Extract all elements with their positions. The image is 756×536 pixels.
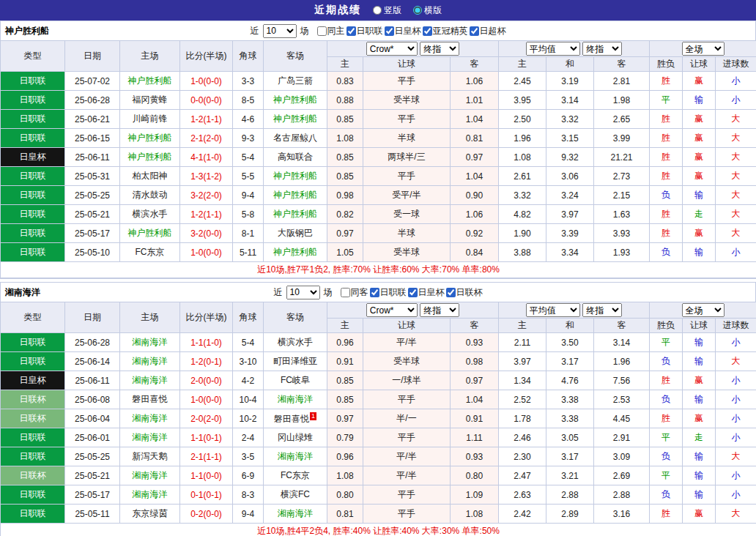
- sub-header-handicap: 让球: [363, 57, 451, 72]
- filter-checkbox[interactable]: [341, 288, 350, 297]
- league-cell: 日职联: [1, 505, 65, 524]
- layout-option-horizontal[interactable]: 横版: [413, 4, 442, 17]
- corner-cell: 5-8: [233, 205, 264, 224]
- filter-checkbox-option[interactable]: 日联杯: [446, 286, 483, 299]
- away-team-cell: 湘南海洋: [264, 390, 327, 409]
- corner-cell: 6-9: [233, 466, 264, 485]
- filter-checkbox[interactable]: [385, 26, 394, 36]
- avg-home-odds-cell: 1.96: [499, 129, 546, 148]
- result-group-header: 全场: [650, 41, 756, 57]
- filter-checkbox-option[interactable]: 日皇杯: [385, 25, 421, 37]
- handicap-result-cell: 输: [683, 390, 716, 409]
- corner-cell: 3-3: [233, 72, 264, 91]
- final-odds-select[interactable]: 终指: [582, 303, 622, 317]
- filter-controls: 近 10 场 同客日职联日皇杯日联杯: [274, 286, 483, 299]
- average-group-header: 平均值 终指: [499, 302, 650, 319]
- final-odds-select[interactable]: 终指: [420, 42, 459, 56]
- vertical-radio[interactable]: [373, 6, 382, 15]
- handicap-result-cell: 赢: [683, 409, 716, 428]
- sub-header-away-odds: 客: [451, 319, 499, 333]
- avg-away-odds-cell: 2.15: [594, 186, 650, 205]
- goals-result-cell: 大: [716, 148, 756, 167]
- home-team-cell: 湘南海洋: [120, 428, 180, 447]
- filter-checkbox-option[interactable]: 同主: [317, 25, 345, 37]
- score-cell: 1-0(0-0): [180, 243, 233, 262]
- avg-draw-odds-cell: 3.97: [546, 205, 594, 224]
- result-cell: 胜: [650, 409, 683, 428]
- home-team-cell: 清水鼓动: [120, 186, 180, 205]
- home-team-cell: 新泻天鹅: [120, 447, 180, 466]
- avg-home-odds-cell: 2.46: [499, 428, 546, 447]
- filter-checkbox[interactable]: [317, 26, 327, 36]
- filter-checkbox[interactable]: [346, 26, 356, 36]
- avg-away-odds-cell: 3.14: [594, 333, 650, 352]
- handicap-away-odds-cell: 0.80: [451, 466, 499, 485]
- corner-cell: 5-4: [233, 148, 264, 167]
- handicap-result-cell: 走: [683, 205, 716, 224]
- result-cell: 负: [650, 485, 683, 505]
- bookmaker-select[interactable]: Crow*: [366, 42, 418, 56]
- col-header-away: 客场: [264, 302, 327, 333]
- home-team-cell: 湘南海洋: [120, 371, 180, 390]
- corner-cell: 5-5: [233, 167, 264, 186]
- away-team-cell: 神户胜利船: [264, 110, 327, 129]
- average-select[interactable]: 平均值: [526, 303, 580, 317]
- filter-checkbox-option[interactable]: 日职联: [346, 25, 383, 37]
- avg-draw-odds-cell: 3.39: [546, 224, 594, 243]
- matches-table: 类型 日期 主场 比分(半场) 角球 客场 Crow* 终指 平均值 终指 全场: [0, 40, 756, 278]
- goals-result-cell: 大: [716, 224, 756, 243]
- avg-draw-odds-cell: 3.38: [546, 390, 594, 409]
- league-cell: 日职联: [1, 485, 65, 505]
- result-group-header: 全场: [650, 302, 756, 319]
- corner-cell: 2-4: [233, 428, 264, 447]
- result-cell: 负: [650, 447, 683, 466]
- corner-cell: 4-6: [233, 110, 264, 129]
- goals-result-cell: 大: [716, 110, 756, 129]
- handicap-line-cell: 平手: [363, 110, 451, 129]
- goals-result-cell: 大: [716, 352, 756, 371]
- bookmaker-select[interactable]: Crow*: [366, 303, 418, 317]
- corner-cell: 10-4: [233, 390, 264, 409]
- final-odds-select[interactable]: 终指: [420, 303, 459, 317]
- filter-checkbox-option[interactable]: 亚冠精英: [423, 25, 468, 37]
- filter-checkbox[interactable]: [370, 288, 379, 297]
- away-team-cell: 横滨水手: [264, 333, 327, 352]
- fulltime-select[interactable]: 全场: [682, 42, 724, 56]
- average-select[interactable]: 平均值: [526, 42, 580, 56]
- home-team-cell: 湘南海洋: [120, 485, 180, 505]
- page-title: 近期战绩: [314, 4, 361, 17]
- filter-checkbox[interactable]: [446, 288, 456, 297]
- filter-checkbox-option[interactable]: 同客: [341, 286, 368, 299]
- date-cell: 25-06-28: [65, 91, 120, 110]
- filter-checkbox[interactable]: [423, 26, 432, 36]
- avg-draw-odds-cell: 2.88: [546, 485, 594, 505]
- filter-checkbox[interactable]: [408, 288, 418, 297]
- filter-checkbox-option[interactable]: 日皇杯: [408, 286, 445, 299]
- sub-header-handicap-result: 让球: [683, 319, 716, 333]
- league-cell: 日职联: [1, 333, 65, 352]
- avg-home-odds-cell: 3.97: [499, 352, 546, 371]
- date-cell: 25-05-25: [65, 447, 120, 466]
- fulltime-select[interactable]: 全场: [682, 303, 724, 317]
- league-cell: 日联杯: [1, 466, 65, 485]
- avg-home-odds-cell: 2.47: [499, 466, 546, 485]
- match-row: 日职联25-05-17神户胜利船3-2(0-0)8-1大阪钢巴0.97半球0.9…: [1, 224, 756, 243]
- horizontal-radio[interactable]: [413, 6, 422, 15]
- layout-option-vertical[interactable]: 竖版: [373, 4, 401, 17]
- filter-checkbox-option[interactable]: 日职联: [370, 286, 407, 299]
- date-cell: 25-06-21: [65, 110, 120, 129]
- date-cell: 25-06-08: [65, 390, 120, 409]
- match-count-select[interactable]: 10: [286, 286, 320, 299]
- score-cell: 2-0(0-0): [180, 371, 233, 390]
- filter-checkbox[interactable]: [470, 26, 479, 36]
- filter-label: 日皇杯: [395, 25, 421, 37]
- avg-draw-odds-cell: 3.24: [546, 186, 594, 205]
- match-count-select[interactable]: 10: [263, 24, 297, 38]
- handicap-home-odds-cell: 0.97: [327, 409, 363, 428]
- col-header-type: 类型: [1, 302, 65, 333]
- goals-result-cell: 小: [716, 371, 756, 390]
- handicap-away-odds-cell: 0.98: [451, 352, 499, 371]
- avg-away-odds-cell: 7.56: [594, 371, 650, 390]
- final-odds-select[interactable]: 终指: [582, 42, 622, 56]
- filter-checkbox-option[interactable]: 日超杯: [470, 25, 506, 37]
